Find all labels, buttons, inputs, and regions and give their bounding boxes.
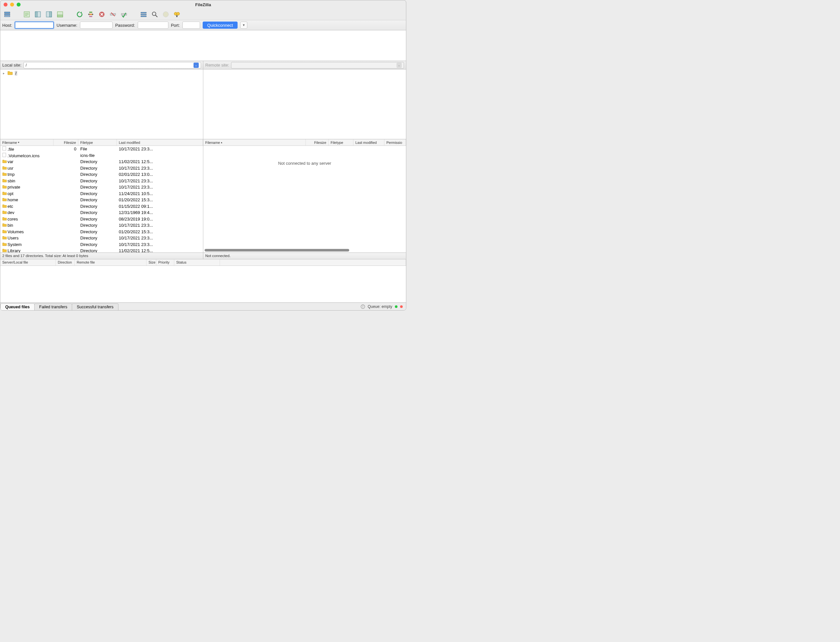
table-row[interactable]: .VolumeIcon.icnsicns-file [0, 152, 203, 159]
host-input[interactable] [15, 21, 54, 29]
window-title: FileZilla [0, 2, 406, 7]
folder-icon [2, 166, 7, 170]
queue-col-status[interactable]: Status [174, 259, 220, 266]
queue-body[interactable] [0, 266, 406, 302]
disclosure-icon[interactable]: ▸ [3, 71, 6, 75]
svg-rect-8 [35, 12, 37, 17]
remote-status: Not connected. [203, 253, 406, 259]
remote-tree[interactable] [203, 70, 406, 139]
svg-rect-35 [3, 153, 6, 157]
toggle-remote-tree-icon[interactable] [44, 10, 54, 19]
local-col-filetype[interactable]: Filetype [78, 139, 117, 146]
svg-rect-0 [5, 12, 10, 13]
reconnect-icon[interactable] [119, 10, 129, 19]
username-label: Username: [57, 23, 77, 28]
local-list-body[interactable]: .file0File10/17/2021 23:3....VolumeIcon.… [0, 146, 203, 253]
table-row[interactable]: tmpDirectory02/01/2022 13:0... [0, 171, 203, 178]
tree-node-root[interactable]: ▸ / [0, 70, 203, 77]
svg-rect-26 [141, 14, 146, 15]
svg-rect-2 [5, 16, 10, 17]
toggle-log-icon[interactable] [22, 10, 32, 19]
table-row[interactable]: VolumesDirectory01/20/2022 15:3... [0, 229, 203, 235]
username-input[interactable] [80, 21, 112, 29]
remote-col-filetype[interactable]: Filetype [329, 139, 353, 146]
host-label: Host: [2, 23, 12, 28]
tab-queued-files[interactable]: Queued files [0, 303, 34, 311]
tab-successful-transfers[interactable]: Successful transfers [72, 303, 119, 311]
process-queue-icon[interactable] [86, 10, 96, 19]
site-path-bar: Local site: / ⌄ Remote site: ⌄ [0, 61, 406, 70]
table-row[interactable]: UsersDirectory10/17/2021 23:3... [0, 235, 203, 242]
compare-icon[interactable] [161, 10, 171, 19]
sync-browse-icon[interactable] [172, 10, 182, 19]
table-row[interactable]: SystemDirectory10/17/2021 23:3... [0, 242, 203, 248]
remote-col-filename[interactable]: Filename▴ [203, 139, 306, 146]
remote-col-modified[interactable]: Last modified [353, 139, 384, 146]
table-row[interactable]: devDirectory12/31/1969 19:4... [0, 209, 203, 216]
local-col-modified[interactable]: Last modified [117, 139, 203, 146]
table-row[interactable]: varDirectory11/02/2021 12:5... [0, 159, 203, 165]
folder-icon [2, 223, 7, 227]
file-icon [2, 146, 7, 151]
svg-rect-27 [141, 16, 146, 17]
port-input[interactable] [182, 21, 200, 29]
svg-rect-34 [3, 146, 6, 151]
info-icon [361, 304, 365, 309]
table-row[interactable]: usrDirectory10/17/2021 23:3... [0, 165, 203, 172]
disconnect-icon[interactable] [108, 10, 118, 19]
quickconnect-button[interactable]: Quickconnect [203, 21, 237, 29]
file-icon [2, 153, 7, 157]
remote-h-scrollbar[interactable] [205, 248, 377, 253]
table-row[interactable]: .file0File10/17/2021 23:3... [0, 146, 203, 152]
indicator-red-icon [400, 305, 403, 308]
queue-status-text: Queue: empty [368, 304, 392, 309]
queue-col-direction[interactable]: Direction [56, 259, 75, 266]
folder-icon [2, 248, 7, 252]
local-path-combo[interactable]: / ⌄ [23, 62, 201, 68]
local-list-header: Filename▾ Filesize Filetype Last modifie… [0, 139, 203, 146]
quickconnect-history-dropdown[interactable]: ▼ [240, 21, 247, 29]
table-row[interactable]: etcDirectory01/15/2022 09:1... [0, 203, 203, 210]
remote-col-filesize[interactable]: Filesize [306, 139, 329, 146]
local-tree[interactable]: ▸ / [0, 70, 203, 139]
local-col-filename[interactable]: Filename▾ [0, 139, 54, 146]
filter-icon[interactable] [139, 10, 148, 19]
site-manager-icon[interactable] [2, 10, 12, 19]
table-row[interactable]: optDirectory11/24/2021 10:5... [0, 191, 203, 197]
port-label: Port: [171, 23, 180, 28]
tab-failed-transfers[interactable]: Failed transfers [34, 303, 72, 311]
svg-point-32 [177, 12, 179, 15]
table-row[interactable]: sbinDirectory10/17/2021 23:3... [0, 178, 203, 184]
folder-icon [2, 229, 7, 233]
folder-icon [2, 185, 7, 188]
folder-icon [2, 217, 7, 220]
message-log[interactable] [0, 30, 406, 61]
remote-path-combo[interactable]: ⌄ [231, 62, 404, 68]
titlebar: FileZilla [0, 0, 406, 9]
local-site-label: Local site: [2, 63, 21, 68]
queue-col-priority[interactable]: Priority [156, 259, 174, 266]
remote-site-label: Remote site: [205, 63, 229, 68]
table-row[interactable]: binDirectory10/17/2021 23:3... [0, 222, 203, 229]
folder-icon [8, 70, 13, 76]
password-input[interactable] [138, 21, 168, 29]
local-col-filesize[interactable]: Filesize [54, 139, 78, 146]
remote-list-header: Filename▴ Filesize Filetype Last modifie… [203, 139, 406, 146]
remote-col-permissions[interactable]: Permissio [384, 139, 406, 146]
queue-col-server[interactable]: Server/Local file [0, 259, 56, 266]
svg-point-28 [153, 12, 156, 16]
queue-col-remote[interactable]: Remote file [75, 259, 146, 266]
toggle-queue-icon[interactable] [55, 10, 65, 19]
queue-col-size[interactable]: Size [146, 259, 156, 266]
cancel-icon[interactable] [97, 10, 107, 19]
table-row[interactable]: privateDirectory10/17/2021 23:3... [0, 184, 203, 191]
refresh-icon[interactable] [75, 10, 84, 19]
table-row[interactable]: coresDirectory08/23/2019 19:0... [0, 216, 203, 222]
toggle-local-tree-icon[interactable] [33, 10, 43, 19]
table-row[interactable]: LibraryDirectory11/02/2021 12:5... [0, 248, 203, 253]
table-row[interactable]: homeDirectory01/20/2022 15:3... [0, 197, 203, 203]
folder-icon [2, 178, 7, 182]
svg-marker-17 [88, 13, 89, 15]
search-icon[interactable] [150, 10, 159, 19]
app-window: FileZilla [0, 0, 406, 311]
